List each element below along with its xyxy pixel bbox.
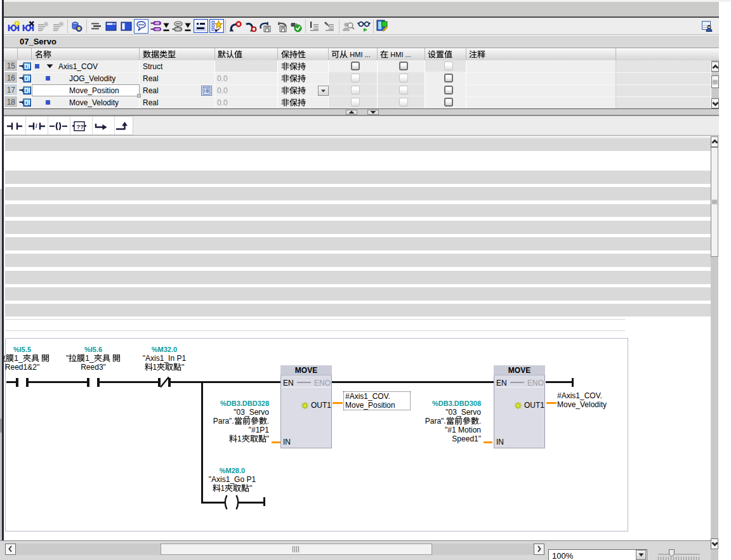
svg-text:??: ??: [77, 123, 84, 130]
svg-text:/: /: [36, 123, 37, 129]
